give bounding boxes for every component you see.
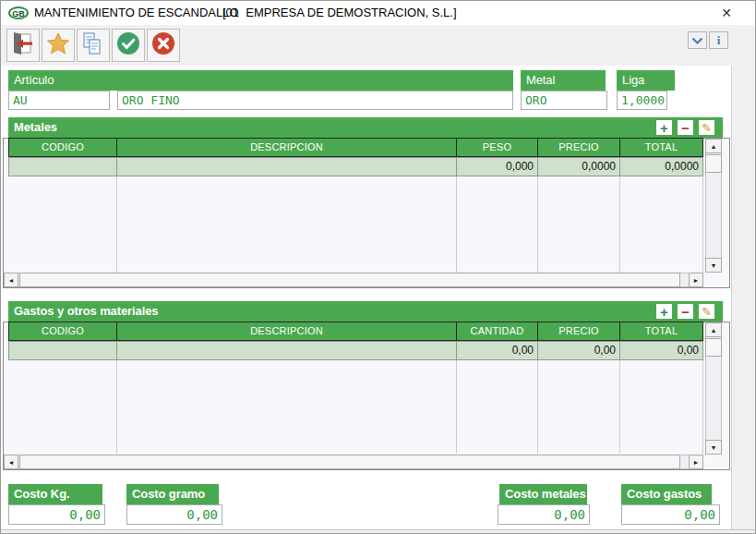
gastos-vscroll-thumb[interactable] <box>705 338 722 357</box>
articulo-code-input[interactable]: AU <box>8 91 110 110</box>
plus-icon: + <box>660 305 668 319</box>
minus-icon: − <box>681 121 690 135</box>
pencil-icon: ✎ <box>702 122 712 134</box>
metales-row-total-cell[interactable]: 0,0000 <box>619 157 703 176</box>
gastos-row-descripcion-cell[interactable] <box>116 341 457 360</box>
column-divider <box>702 176 703 273</box>
costo-kg-label: Costo Kg. <box>8 484 102 504</box>
app-window: GB MANTENIMIENTO DE ESCANDALLO [01 EMPRE… <box>0 0 756 534</box>
metales-vscroll-thumb[interactable] <box>705 154 722 173</box>
column-divider <box>116 360 117 454</box>
gastos-row-cantidad-cell[interactable]: 0,00 <box>456 341 538 360</box>
articulo-label: Artículo <box>8 70 513 91</box>
chevron-down-icon <box>691 32 703 49</box>
scroll-down-button[interactable]: ▼ <box>705 258 722 273</box>
column-divider <box>456 176 457 273</box>
scroll-up-button[interactable]: ▲ <box>705 139 722 153</box>
gastos-edit-button[interactable]: ✎ <box>699 304 714 319</box>
scroll-left-button[interactable]: ◄ <box>4 273 18 287</box>
star-icon <box>45 30 71 60</box>
accept-button[interactable] <box>112 29 145 62</box>
gastos-section-title: Gastos y otros materiales <box>14 304 158 318</box>
copy-icon <box>80 30 106 60</box>
scroll-right-button[interactable]: ► <box>689 273 703 287</box>
column-divider <box>702 360 703 454</box>
plus-icon: + <box>660 121 668 135</box>
scroll-up-button[interactable]: ▲ <box>705 322 722 337</box>
column-divider <box>619 176 620 273</box>
costo-kg-value[interactable]: 0,00 <box>8 504 105 525</box>
liga-label: Liga <box>617 70 675 91</box>
gastos-row-precio-cell[interactable]: 0,00 <box>537 341 620 360</box>
metales-col-descripcion: DESCRIPCION <box>116 138 457 157</box>
metales-section-header: Metales <box>8 117 723 138</box>
window-company: [01 EMPRESA DE DEMOSTRACION, S.L.] <box>222 1 457 25</box>
costo-metales-value[interactable]: 0,00 <box>498 504 590 525</box>
metales-remove-button[interactable]: − <box>678 120 693 135</box>
toolbar: i <box>1 25 755 66</box>
info-icon: i <box>717 34 721 46</box>
gastos-col-total: TOTAL <box>619 322 703 341</box>
metal-input[interactable]: ORO <box>521 91 607 110</box>
copy-button[interactable] <box>77 29 110 62</box>
bottom-margin <box>1 529 756 534</box>
metales-row-peso-cell[interactable]: 0,000 <box>456 157 538 176</box>
gastos-hscroll-thumb[interactable] <box>19 455 680 469</box>
metales-col-peso: PESO <box>456 138 538 157</box>
column-divider <box>537 176 538 273</box>
window-title: MANTENIMIENTO DE ESCANDALLO <box>34 1 239 25</box>
liga-input[interactable]: 1,0000 <box>617 91 667 110</box>
gastos-col-descripcion: DESCRIPCION <box>116 322 457 341</box>
x-circle-icon <box>150 30 176 60</box>
metales-row-codigo-cell[interactable] <box>8 157 117 176</box>
scroll-right-button[interactable]: ► <box>689 455 703 469</box>
metales-hscroll-thumb[interactable] <box>19 273 680 287</box>
costo-gramo-label: Costo gramo <box>126 484 219 504</box>
exit-button[interactable] <box>6 29 40 62</box>
column-divider <box>456 360 457 454</box>
costo-metales-label: Costo metales <box>499 484 587 504</box>
metales-col-precio: PRECIO <box>537 138 620 157</box>
favorites-button[interactable] <box>42 29 75 62</box>
gastos-col-cantidad: CANTIDAD <box>456 322 538 341</box>
scroll-left-button[interactable]: ◄ <box>4 455 18 469</box>
metales-col-codigo: CODIGO <box>8 138 117 157</box>
pencil-icon: ✎ <box>702 306 712 318</box>
metales-row-descripcion-cell[interactable] <box>116 157 457 176</box>
close-icon[interactable]: ✕ <box>711 2 742 24</box>
right-margin <box>731 66 756 529</box>
gastos-add-button[interactable]: + <box>656 304 672 319</box>
gastos-remove-button[interactable]: − <box>678 304 693 319</box>
check-icon <box>115 30 141 60</box>
gastos-section-header: Gastos y otros materiales <box>8 301 723 322</box>
exit-door-icon <box>10 30 36 60</box>
app-logo-icon: GB <box>8 6 29 23</box>
scroll-down-button[interactable]: ▼ <box>705 440 722 455</box>
costo-gastos-label: Costo gastos <box>621 484 712 504</box>
column-divider <box>619 360 620 454</box>
logo-text: GB <box>12 9 25 18</box>
metales-row-precio-cell[interactable]: 0,0000 <box>537 157 620 176</box>
costo-gastos-value[interactable]: 0,00 <box>621 504 720 525</box>
column-divider <box>116 176 117 273</box>
metales-col-total: TOTAL <box>619 138 703 157</box>
column-divider <box>537 360 538 454</box>
gastos-col-codigo: CODIGO <box>8 322 117 341</box>
title-bar: GB MANTENIMIENTO DE ESCANDALLO [01 EMPRE… <box>1 1 755 25</box>
gastos-col-precio: PRECIO <box>537 322 620 341</box>
cancel-button[interactable] <box>147 29 180 62</box>
articulo-description-input[interactable]: ORO FINO <box>117 91 513 110</box>
expand-button[interactable] <box>688 31 707 49</box>
info-button[interactable]: i <box>709 31 728 49</box>
costo-gramo-value[interactable]: 0,00 <box>126 504 222 525</box>
minus-icon: − <box>681 305 690 319</box>
metal-label: Metal <box>521 70 606 91</box>
gastos-row-codigo-cell[interactable] <box>8 341 117 360</box>
metales-add-button[interactable]: + <box>656 120 672 135</box>
metales-edit-button[interactable]: ✎ <box>699 120 714 135</box>
metales-section-title: Metales <box>14 120 57 134</box>
gastos-row-total-cell[interactable]: 0,00 <box>619 341 703 360</box>
